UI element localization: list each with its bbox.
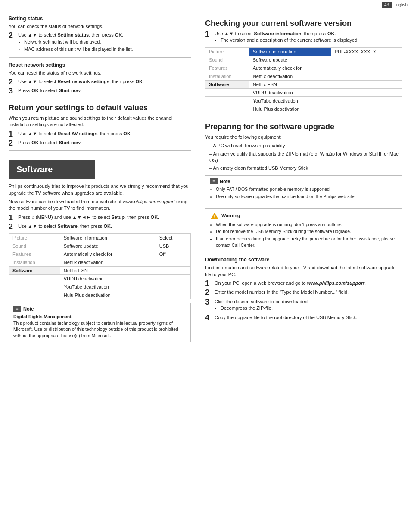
software-intro2: New software can be downloaded from our … <box>9 199 191 212</box>
bullet-item: Network setting list will be displayed. <box>24 39 191 45</box>
preparing-section: Preparing for the software upgrade You r… <box>205 122 402 172</box>
software-menu-table-left: PictureSoftware informationSelectSoundSo… <box>9 233 191 299</box>
dl-step2: 2 Enter the model number in the "Type th… <box>205 289 402 296</box>
right-column: Checking your current software version 1… <box>198 9 411 351</box>
note-label: Note <box>220 178 230 185</box>
step-num: 3 <box>9 87 13 96</box>
step-num: 3 <box>205 298 209 307</box>
note-content: Digital Rights Management This product c… <box>13 314 186 339</box>
checking-heading: Checking your current software version <box>205 19 402 28</box>
software-intro1: Philips continuously tries to improve it… <box>9 183 191 196</box>
software-menu-table-right: PictureSoftware informationPHL-XXXX_XXX_… <box>205 47 402 113</box>
preparing-list: A PC with web browsing capability An arc… <box>209 143 402 172</box>
step-text: Click the desired software to be downloa… <box>215 299 402 312</box>
page-number: 43 <box>382 2 392 8</box>
step-text: Press OK to select Start now. <box>18 140 191 146</box>
check-bullets: The version and a description of the cur… <box>221 37 402 44</box>
return-settings-section: Return your settings to default values W… <box>9 103 191 146</box>
step-num: 2 <box>205 289 209 297</box>
warning-label: Warning <box>221 212 240 219</box>
check-step1: 1 Use ▲▼ to select Software information,… <box>205 31 402 44</box>
warning-item: When the software upgrade is running, do… <box>216 221 398 228</box>
note-drm-text: This product contains technology subject… <box>13 320 178 338</box>
return-settings-step1: 1 Use ▲▼ to select Reset AV settings, th… <box>9 131 191 137</box>
warning-header: ! Warning <box>210 212 398 220</box>
warning-triangle-icon: ! <box>211 212 218 219</box>
downloading-heading: Downloading the software <box>205 257 402 263</box>
page-wrapper: 43 English Setting status You can check … <box>0 0 411 532</box>
note-item: Use only software upgrades that can be f… <box>216 193 398 200</box>
step-num-2: 2 <box>9 31 13 40</box>
step-num: 1 <box>205 30 209 39</box>
warning-box: ! Warning When the software upgrade is r… <box>205 208 402 254</box>
main-columns: Setting status You can check the status … <box>0 9 411 351</box>
note-icon: ≡ <box>13 306 21 312</box>
downloading-intro: Find information and software related to… <box>205 264 402 278</box>
divider <box>205 118 402 118</box>
note-drm-title: Digital Rights Management <box>13 314 72 319</box>
reset-network-step2: 2 Use ▲▼ to select Reset network setting… <box>9 78 191 85</box>
divider <box>9 150 191 151</box>
warning-item: Do not remove the USB Memory Stick durin… <box>216 228 398 235</box>
warning-list: When the software upgrade is running, do… <box>216 221 398 249</box>
reset-network-heading: Reset network settings <box>9 62 191 68</box>
step-text: Press OK to select Start now. <box>18 87 191 94</box>
return-settings-step2: 2 Press OK to select Start now. <box>9 140 191 146</box>
software-step2: 2 Use ▲▼ to select Software, then press … <box>9 223 191 230</box>
step-num: 1 <box>9 214 13 222</box>
dl-step3-bullets: Decompress the ZIP-file. <box>221 305 402 311</box>
list-item: An empty clean formatted USB Memory Stic… <box>209 165 402 171</box>
dl-step1: 1 On your PC, open a web browser and go … <box>205 280 402 286</box>
step-num: 4 <box>205 314 209 323</box>
dl-url: www.philips.com/support <box>307 280 364 286</box>
note-box-right: ≡ Note Only FAT / DOS-formatted portable… <box>205 175 402 205</box>
bullet-item: Decompress the ZIP-file. <box>221 305 402 311</box>
step-text: Enter the model number in the "Type the … <box>215 289 402 296</box>
dl-step3: 3 Click the desired software to be downl… <box>205 299 402 312</box>
step-text: Copy the upgrade file to the root direct… <box>215 314 402 321</box>
software-banner: Software <box>9 160 95 179</box>
left-column: Setting status You can check the status … <box>0 9 198 351</box>
step2-text: Use ▲▼ to select Setting status, then pr… <box>18 32 191 53</box>
step-num: 2 <box>9 139 13 148</box>
setting-status-step2: 2 Use ▲▼ to select Setting status, then … <box>9 32 191 53</box>
divider <box>9 99 191 99</box>
note-list: Only FAT / DOS-formatted portable memory… <box>216 186 398 199</box>
software-step1: 1 Press ⌂ (MENU) and use ▲▼◄► to select … <box>9 214 191 221</box>
setting-status-para: You can check the status of network sett… <box>9 23 191 30</box>
step-num: 2 <box>9 78 13 87</box>
note-icon: ≡ <box>210 178 218 184</box>
note-header: ≡ Note <box>13 306 186 312</box>
step-text: Use ▲▼ to select Reset AV settings, then… <box>18 131 191 137</box>
setting-status-heading: Setting status <box>9 16 191 22</box>
warning-item: If an error occurs during the upgrade, r… <box>216 236 398 248</box>
dl-step4: 4 Copy the upgrade file to the root dire… <box>205 314 402 321</box>
checking-section: Checking your current software version 1… <box>205 19 402 44</box>
preparing-intro: You require the following equipment: <box>205 134 402 140</box>
step-text: Use ▲▼ to select Reset network settings,… <box>18 78 191 85</box>
return-settings-para: When you return picture and sound settin… <box>9 115 191 128</box>
list-item: A PC with web browsing capability <box>209 143 402 149</box>
downloading-section: Downloading the software Find informatio… <box>205 257 402 321</box>
bullet-item: The version and a description of the cur… <box>221 37 402 44</box>
step-num: 1 <box>205 280 209 288</box>
step-text: Use ▲▼ to select Software information, t… <box>215 31 402 44</box>
svg-text:!: ! <box>214 214 215 219</box>
note-item: Only FAT / DOS-formatted portable memory… <box>216 186 398 193</box>
list-item: An archive utility that supports the ZIP… <box>209 151 402 164</box>
page-language: English <box>393 2 408 8</box>
warning-icon-wrap: ! <box>210 212 219 220</box>
note-header: ≡ Note <box>210 178 398 185</box>
reset-network-step3: 3 Press OK to select Start now. <box>9 87 191 94</box>
setting-status-section: Setting status You can check the status … <box>9 16 191 53</box>
step-num: 2 <box>9 223 13 231</box>
step-text: On your PC, open a web browser and go to… <box>215 280 402 286</box>
step-text: Use ▲▼ to select Software, then press OK… <box>18 223 191 230</box>
note-box-drm: ≡ Note Digital Rights Management This pr… <box>9 303 191 342</box>
note-label: Note <box>23 306 34 312</box>
bullet-item: MAC address of this unit will be display… <box>24 46 191 53</box>
preparing-heading: Preparing for the software upgrade <box>205 122 402 131</box>
page-number-bar: 43 English <box>0 0 411 9</box>
reset-network-para: You can reset the status of network sett… <box>9 70 191 76</box>
setting-status-bullets: Network setting list will be displayed. … <box>24 39 191 53</box>
